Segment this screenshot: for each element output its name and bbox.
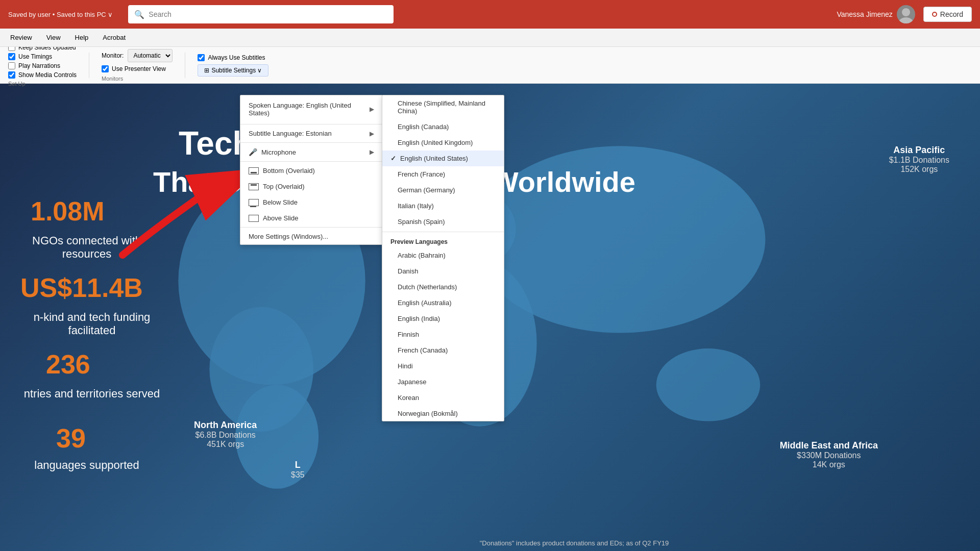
lang-item-english-canada[interactable]: English (Canada) [382, 119, 504, 135]
menu-divider-3 [240, 161, 382, 162]
lang-item-arabic[interactable]: Arabic (Bahrain) [382, 247, 504, 263]
language-list-main: Chinese (Simplified, Mainland China) Eng… [382, 95, 504, 230]
lang-label-english-us: English (United States) [400, 155, 468, 162]
lang-label-japanese: Japanese [398, 378, 426, 386]
above-slide-item[interactable]: Above Slide [240, 210, 382, 226]
lang-item-english-us[interactable]: English (United States) [382, 151, 504, 166]
show-media-controls-checkbox[interactable]: Show Media Controls [8, 71, 77, 79]
ribbon: Keep Slides Updated Use Timings Play Nar… [0, 47, 980, 84]
stat-funding-number: US$11.4B [20, 272, 143, 303]
lang-item-dutch[interactable]: Dutch (Netherlands) [382, 279, 504, 295]
use-presenter-view-checkbox[interactable]: Use Presenter View [102, 65, 173, 72]
ribbon-group-subtitles: Always Use Subtitles ⊞ Subtitle Settings… [198, 54, 268, 77]
footnote: "Donations" includes product donations a… [168, 539, 980, 547]
use-timings-label: Use Timings [18, 53, 52, 60]
menu-section-spoken-lang: Spoken Language: English (United States)… [240, 95, 382, 123]
show-media-controls-label: Show Media Controls [18, 71, 77, 79]
always-use-subtitles-checkbox[interactable]: Always Use Subtitles [198, 54, 265, 61]
record-dot [932, 12, 937, 17]
more-settings-item[interactable]: More Settings (Windows)... [240, 229, 382, 244]
lang-item-german[interactable]: German (Germany) [382, 182, 504, 198]
svg-point-0 [902, 8, 910, 16]
lang-item-japanese[interactable]: Japanese [382, 374, 504, 390]
user-area: Vanessa Jimenez [837, 5, 915, 23]
subtitle-settings-label: Subtitle Settings ∨ [211, 67, 262, 74]
monitor-select[interactable]: Automatic [128, 49, 173, 62]
menu-item-help[interactable]: Help [69, 32, 95, 43]
record-label: Record [940, 10, 963, 18]
top-overlaid-item[interactable]: Top (Overlaid) [240, 179, 382, 194]
subtitle-settings-button[interactable]: ⊞ Subtitle Settings ∨ [198, 64, 268, 77]
language-submenu: Chinese (Simplified, Mainland China) Eng… [382, 95, 504, 421]
spoken-language-item[interactable]: Spoken Language: English (United States)… [240, 97, 382, 121]
play-narrations-checkbox[interactable]: Play Narrations [8, 62, 77, 69]
play-narrations-input[interactable] [8, 62, 15, 69]
svg-point-8 [656, 348, 761, 421]
record-button[interactable]: Record [923, 7, 972, 22]
lang-item-french-canada[interactable]: French (Canada) [382, 342, 504, 358]
subtitle-language-label: Subtitle Language: Estonian [249, 130, 332, 137]
ribbon-divider-1 [89, 53, 89, 78]
language-list-preview: Arabic (Bahrain) Danish Dutch (Netherlan… [382, 247, 504, 421]
show-media-controls-input[interactable] [8, 71, 15, 79]
menu-divider-2 [240, 142, 382, 143]
lang-label-english-india: English (India) [398, 315, 440, 322]
always-use-subtitles-input[interactable] [198, 54, 205, 61]
use-timings-checkbox[interactable]: Use Timings [8, 53, 77, 60]
lang-label-dutch: Dutch (Netherlands) [398, 283, 457, 291]
menu-bar: Review View Help Acrobat [0, 29, 980, 47]
lang-label-spanish-spain: Spanish (Spain) [398, 218, 445, 226]
lang-item-english-india[interactable]: English (India) [382, 311, 504, 327]
lang-item-norwegian[interactable]: Norwegian (Bokmål) [382, 406, 504, 421]
lang-item-danish[interactable]: Danish [382, 263, 504, 279]
search-input[interactable] [149, 10, 387, 18]
user-name: Vanessa Jimenez [837, 10, 892, 18]
svg-point-1 [899, 17, 913, 23]
search-box[interactable]: 🔍 [128, 5, 394, 23]
menu-item-acrobat[interactable]: Acrobat [96, 32, 132, 43]
always-use-subtitles-label: Always Use Subtitles [208, 54, 265, 61]
bottom-overlaid-item[interactable]: Bottom (Overlaid) [240, 163, 382, 179]
subtitle-language-item[interactable]: Subtitle Language: Estonian ▶ [240, 126, 382, 141]
monitor-label: Monitor: [102, 52, 124, 59]
spoken-language-label: Spoken Language: English (United States) [249, 102, 370, 117]
top-overlaid-icon [249, 183, 259, 190]
search-icon: 🔍 [134, 10, 144, 19]
stat-ngos-text: NGOs connected with resources [20, 234, 153, 261]
lang-item-korean[interactable]: Korean [382, 390, 504, 406]
menu-item-review[interactable]: Review [4, 32, 38, 43]
bottom-overlaid-label: Bottom (Overlaid) [263, 167, 315, 174]
lang-item-italian[interactable]: Italian (Italy) [382, 198, 504, 214]
stat-languages-number: 39 [56, 423, 86, 454]
lang-item-spanish-spain[interactable]: Spanish (Spain) [382, 214, 504, 230]
microphone-item[interactable]: 🎤 Microphone ▶ [240, 144, 382, 160]
above-slide-icon [249, 215, 259, 222]
lang-label-french-france: French (France) [398, 170, 445, 178]
lang-item-hindi[interactable]: Hindi [382, 358, 504, 374]
microphone-label: Microphone [261, 148, 296, 156]
monitor-selector: Monitor: Automatic [102, 49, 173, 62]
stat-funding-text: n-kind and tech funding facilitated [20, 311, 163, 337]
preview-languages-header: Preview Languages [382, 234, 504, 247]
use-timings-input[interactable] [8, 53, 15, 60]
use-presenter-view-input[interactable] [102, 65, 109, 72]
lang-item-english-australia[interactable]: English (Australia) [382, 295, 504, 311]
region-mea: Middle East and Africa $330M Donations 1… [780, 440, 878, 469]
below-slide-icon [249, 199, 259, 206]
lang-item-french-france[interactable]: French (France) [382, 166, 504, 182]
ribbon-group-monitor: Monitor: Automatic Use Presenter View Mo… [102, 49, 173, 82]
play-narrations-label: Play Narrations [18, 62, 60, 69]
ribbon-group-playback: Keep Slides Updated Use Timings Play Nar… [8, 44, 77, 87]
microphone-icon: 🎤 [249, 148, 257, 156]
lang-item-chinese[interactable]: Chinese (Simplified, Mainland China) [382, 95, 504, 119]
lang-item-english-uk[interactable]: English (United Kingdom) [382, 135, 504, 151]
lang-item-finnish[interactable]: Finnish [382, 327, 504, 342]
below-slide-item[interactable]: Below Slide [240, 194, 382, 210]
menu-divider-4 [240, 227, 382, 228]
region-la: L $35 [291, 460, 305, 480]
menu-item-view[interactable]: View [40, 32, 67, 43]
menu-divider-1 [240, 124, 382, 124]
lang-label-chinese: Chinese (Simplified, Mainland China) [398, 99, 496, 115]
lang-label-german: German (Germany) [398, 186, 455, 194]
lang-label-danish: Danish [398, 267, 418, 275]
